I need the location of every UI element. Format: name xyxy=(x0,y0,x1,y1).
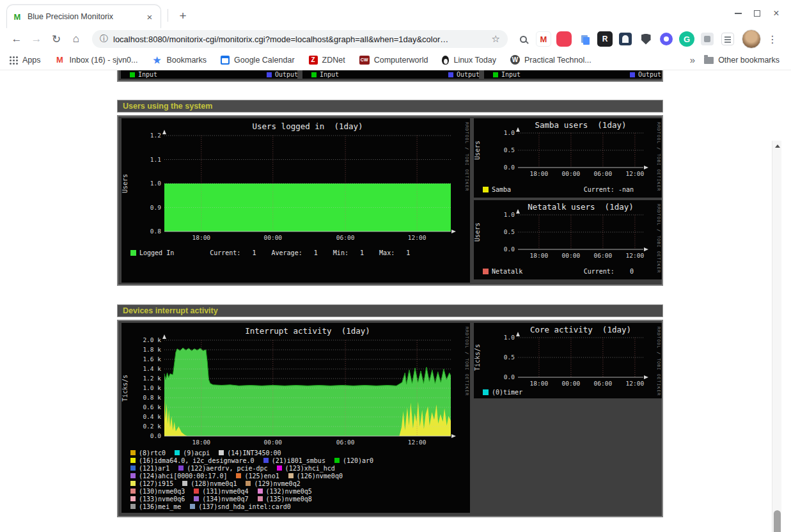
graph-users-logged-in[interactable]: Users logged in (1day)Users1.21.11.00.90… xyxy=(121,118,470,283)
penguin-icon xyxy=(442,56,449,65)
graph-samba-users[interactable]: Samba users (1day)Users1.00.50.018:0000:… xyxy=(474,118,662,198)
camera-extension-icon[interactable] xyxy=(659,31,674,47)
legend-swatch xyxy=(258,489,263,494)
monitorix-favicon-icon: M xyxy=(12,12,22,22)
shield-extension-icon[interactable] xyxy=(638,31,654,47)
legend-label: Samba xyxy=(492,186,511,193)
gmail-extension-icon[interactable]: M xyxy=(536,31,551,47)
svg-text:0.9: 0.9 xyxy=(150,204,161,211)
svg-text:12:00: 12:00 xyxy=(408,234,427,241)
svg-text:Netatalk users (1day): Netatalk users (1day) xyxy=(528,202,634,212)
svg-text:06:00: 06:00 xyxy=(336,439,355,446)
svg-text:18:00: 18:00 xyxy=(530,252,549,259)
bookmarks-overflow-button[interactable]: » xyxy=(690,54,695,65)
svg-text:18:00: 18:00 xyxy=(192,439,210,446)
legend-item: (125)eno1 xyxy=(236,473,279,480)
network-graph-stub-1[interactable]: Input Output xyxy=(121,70,297,79)
reader-extension-icon[interactable]: R xyxy=(597,31,613,47)
svg-text:0.5: 0.5 xyxy=(504,228,515,235)
graph-netatalk-users[interactable]: Netatalk users (1day)Users1.00.50.018:00… xyxy=(474,200,662,279)
graph-legend: (0)timer xyxy=(483,389,655,396)
legend-item: (8)rtc0 xyxy=(130,450,166,457)
legend-swatch xyxy=(334,458,340,463)
network-graph-stub-3[interactable]: Input Output xyxy=(484,70,662,79)
browser-toolbar: ← → ↻ ⌂ ⓘ localhost:8080/monitorix-cgi/m… xyxy=(0,28,791,50)
legend-item: (128)nvme0q1 xyxy=(182,480,237,487)
bookmark-inbox[interactable]: MInbox (16) - sjvn0... xyxy=(55,56,138,65)
svg-text:2.0 k: 2.0 k xyxy=(143,336,161,343)
legend-item: (120)ar0 xyxy=(334,457,373,464)
vertical-scrollbar[interactable] xyxy=(772,141,781,532)
wordpress-icon: W xyxy=(510,55,520,65)
rrdtool-watermark: RRDTOOL / TOBI OETIKER xyxy=(656,204,661,273)
bookmark-google-calendar[interactable]: Google Calendar xyxy=(221,56,295,65)
address-bar[interactable]: ⓘ localhost:8080/monitorix-cgi/monitorix… xyxy=(92,30,508,48)
input-swatch xyxy=(493,72,498,77)
profile-avatar[interactable] xyxy=(742,29,761,49)
core-activity-canvas: Core activity (1day)Ticks/s1.00.50.018:0… xyxy=(474,323,662,398)
svg-text:1.0: 1.0 xyxy=(504,334,515,341)
new-tab-button[interactable]: + xyxy=(174,7,192,25)
active-tab[interactable]: M Blue Precision Monitorix × xyxy=(6,4,161,28)
graph-legend: (8)rtc0(9)acpi(14)INT3450:00(16)idma64.0… xyxy=(130,449,382,510)
legend-item: (124)ahci[0000:00:17.0] xyxy=(130,473,227,480)
network-graph-stub-2[interactable]: Input Output xyxy=(302,70,479,79)
window-maximize-button[interactable] xyxy=(748,5,767,22)
forward-button[interactable]: → xyxy=(27,30,45,48)
legend-swatch xyxy=(130,481,136,486)
output-swatch xyxy=(630,72,635,77)
up-arrow-icon xyxy=(775,145,780,148)
bookmark-linux-today[interactable]: Linux Today xyxy=(442,56,496,65)
url-text[interactable]: localhost:8080/monitorix-cgi/monitorix.c… xyxy=(113,35,487,44)
legend-swatch xyxy=(194,496,199,501)
window-close-button[interactable]: × xyxy=(767,5,786,22)
output-swatch xyxy=(448,72,453,77)
ghostery-extension-icon[interactable] xyxy=(618,31,633,47)
legend-stats: Current: -nan xyxy=(584,186,655,193)
svg-text:12:00: 12:00 xyxy=(626,380,645,387)
star-icon: ★ xyxy=(152,55,162,65)
window-minimize-button[interactable] xyxy=(728,5,748,22)
bookmark-zdnet[interactable]: ZZDNet xyxy=(309,56,345,65)
bookmark-star-icon[interactable]: ☆ xyxy=(492,33,500,45)
svg-text:0.6 k: 0.6 k xyxy=(143,403,161,411)
svg-text:0.5: 0.5 xyxy=(504,354,515,361)
legend-item: (136)mei_me xyxy=(130,503,181,510)
home-button[interactable]: ⌂ xyxy=(67,30,85,48)
bookmark-computerworld[interactable]: CWComputerworld xyxy=(359,56,428,65)
graph-core-activity[interactable]: Core activity (1day)Ticks/s1.00.50.018:0… xyxy=(474,323,662,398)
extensions-puzzle-icon[interactable] xyxy=(700,31,715,47)
page-info-icon[interactable]: ⓘ xyxy=(100,33,108,45)
bookmark-practical-tech[interactable]: WPractical Technol... xyxy=(510,55,591,65)
bookmark-apps[interactable]: Apps xyxy=(9,56,41,65)
graph-interrupt-activity[interactable]: Interrupt activity (1day)Ticks/s2.0 k1.8… xyxy=(121,323,470,513)
svg-text:0.5: 0.5 xyxy=(504,146,515,153)
playlist-extension-icon[interactable] xyxy=(720,31,735,47)
svg-text:1.0 k: 1.0 k xyxy=(143,384,161,391)
grammarly-extension-icon[interactable]: G xyxy=(679,31,694,47)
copy-extension-icon[interactable] xyxy=(577,31,592,47)
svg-text:1.2: 1.2 xyxy=(150,132,161,139)
legend-label: Netatalk xyxy=(492,268,522,275)
pocket-extension-icon[interactable] xyxy=(556,31,572,47)
zdnet-icon: Z xyxy=(309,56,318,65)
other-bookmarks-button[interactable]: Other bookmarks xyxy=(704,56,779,65)
computerworld-icon: CW xyxy=(359,56,370,65)
scrollbar-thumb[interactable] xyxy=(774,510,781,532)
scroll-up-button[interactable] xyxy=(772,141,781,151)
browser-menu-button[interactable]: ⋮ xyxy=(765,31,780,47)
tab-close-icon[interactable]: × xyxy=(144,11,155,22)
legend-item: (127)i915 xyxy=(130,480,173,487)
legend-swatch xyxy=(190,504,195,509)
gmail-icon: M xyxy=(55,56,65,65)
minimize-icon xyxy=(735,13,742,14)
section-body-interrupts: Interrupt activity (1day)Ticks/s2.0 k1.8… xyxy=(117,320,663,517)
input-swatch xyxy=(311,72,317,77)
graph-legend: NetatalkCurrent: 0 xyxy=(483,268,655,275)
refresh-button[interactable]: ↻ xyxy=(47,30,65,48)
legend-swatch xyxy=(483,269,489,274)
back-button[interactable]: ← xyxy=(8,30,26,48)
search-extension-icon[interactable] xyxy=(515,31,531,47)
svg-text:12:00: 12:00 xyxy=(626,170,645,177)
bookmark-bookmarks[interactable]: ★Bookmarks xyxy=(152,55,207,65)
